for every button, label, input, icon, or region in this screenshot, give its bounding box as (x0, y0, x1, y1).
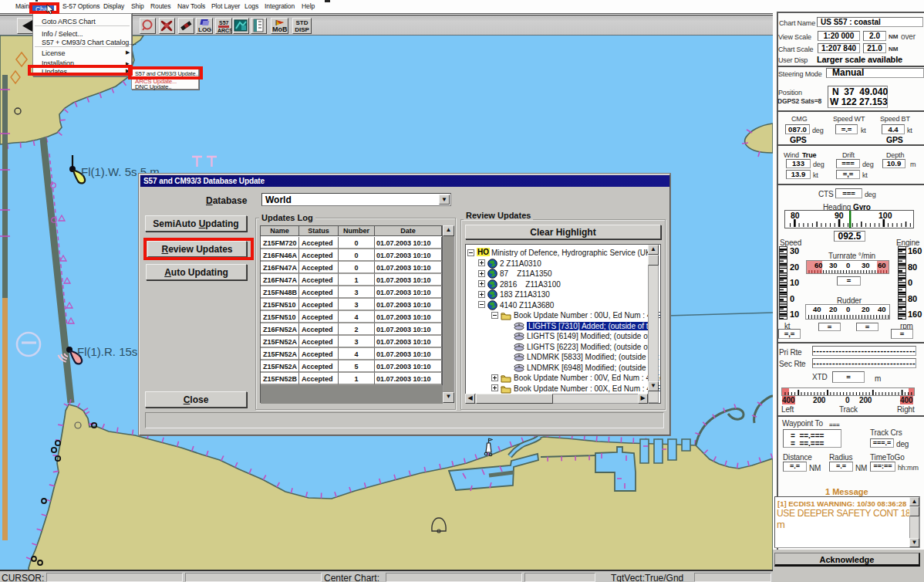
svg-text:20: 20 (862, 305, 870, 313)
svg-text:LOG: LOG (198, 26, 211, 33)
svg-text:30: 30 (862, 261, 870, 269)
svg-text:60: 60 (878, 261, 886, 269)
svg-text:30: 30 (829, 261, 838, 269)
svg-text:40: 40 (813, 305, 821, 313)
svg-text:80: 80 (791, 211, 800, 220)
svg-text:0: 0 (846, 261, 850, 269)
svg-text:100: 100 (878, 211, 892, 220)
svg-text:60: 60 (814, 261, 823, 269)
svg-text:MoB: MoB (272, 25, 288, 33)
svg-text:Fl(1).R. 15s: Fl(1).R. 15s (77, 345, 137, 358)
svg-text:ARCS: ARCS (218, 28, 231, 33)
svg-text:40: 40 (878, 305, 886, 313)
svg-text:0: 0 (846, 305, 850, 313)
svg-text:S57: S57 (219, 20, 229, 25)
svg-text:90: 90 (835, 211, 844, 220)
svg-text:20: 20 (829, 305, 838, 313)
